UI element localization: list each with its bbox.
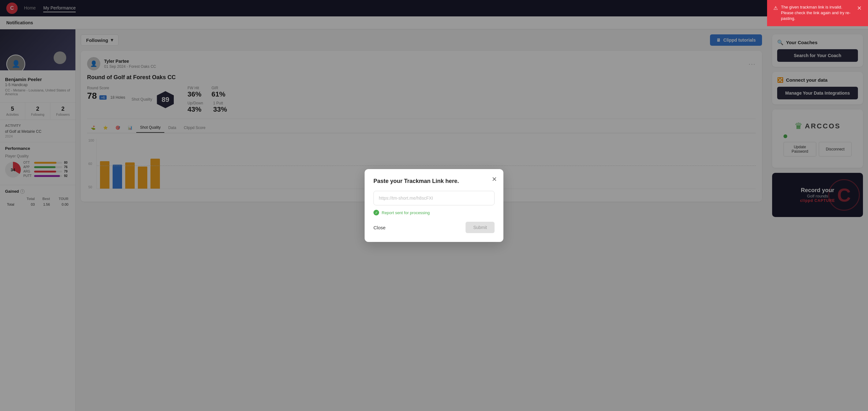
modal-close-button[interactable]: Close bbox=[373, 225, 385, 230]
modal-submit-button[interactable]: Submit bbox=[466, 222, 495, 233]
trackman-modal: Paste your Trackman Link here. ✕ ✓ Repor… bbox=[365, 169, 503, 242]
error-toast-close[interactable]: ✕ bbox=[857, 4, 862, 12]
modal-title: Paste your Trackman Link here. bbox=[373, 178, 495, 185]
success-text: Report sent for processing bbox=[382, 211, 430, 215]
modal-success-message: ✓ Report sent for processing bbox=[373, 210, 495, 215]
modal-actions: Close Submit bbox=[373, 222, 495, 233]
error-toast: ⚠ The given trackman link is invalid. Pl… bbox=[767, 0, 868, 26]
warning-icon: ⚠ bbox=[773, 5, 778, 12]
trackman-link-input[interactable] bbox=[373, 191, 495, 205]
modal-close-icon[interactable]: ✕ bbox=[492, 176, 497, 183]
success-check-icon: ✓ bbox=[373, 210, 379, 215]
modal-overlay[interactable]: Paste your Trackman Link here. ✕ ✓ Repor… bbox=[0, 0, 868, 411]
error-toast-message: The given trackman link is invalid. Plea… bbox=[781, 4, 854, 22]
